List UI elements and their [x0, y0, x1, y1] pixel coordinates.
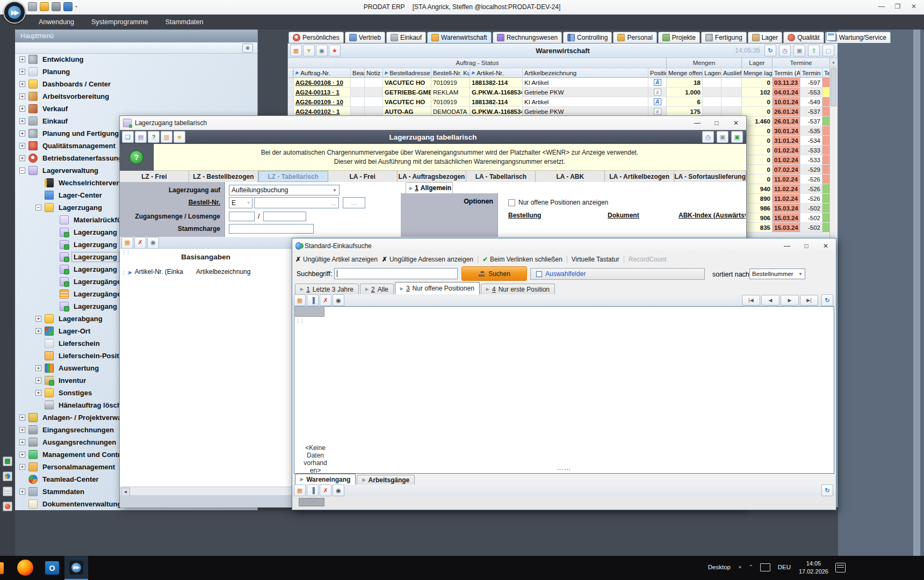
copy-icon[interactable]: ▤ — [135, 131, 147, 143]
notification-center-icon[interactable] — [835, 563, 846, 572]
refresh-icon[interactable]: ↻ — [764, 45, 776, 56]
dock-grid-button[interactable] — [3, 456, 12, 466]
filter-remove-icon[interactable]: ✗ — [320, 294, 331, 306]
dokument-link[interactable]: Dokument — [608, 212, 639, 219]
filter-tab[interactable]: ▶ 3Nur offene Positionen — [395, 282, 480, 294]
col-bear[interactable]: Bear — [351, 68, 365, 78]
clock-icon[interactable]: ◷ — [779, 45, 791, 56]
prev-record-button[interactable]: ◀ — [761, 295, 779, 306]
binoculars-icon[interactable]: ◉ — [333, 484, 344, 496]
bestell-prefix-combobox[interactable]: E˅ — [229, 197, 252, 208]
first-record-button[interactable]: |◀ — [742, 295, 760, 306]
cell-artikel-nr[interactable]: 1881382-114 — [470, 78, 523, 88]
filter-tab[interactable]: ▶ 2Alle — [360, 284, 394, 294]
eye-icon[interactable]: ◉ — [147, 237, 159, 249]
network-tray-icon[interactable] — [760, 563, 770, 571]
minimize-button[interactable]: — — [780, 242, 794, 250]
booking-mode-tab[interactable]: LA - Sofortauslieferung — [674, 171, 746, 182]
tree-expander[interactable] — [35, 328, 41, 334]
col-menge-offen[interactable]: Menge offen — [667, 68, 703, 78]
col-artikelbezeichnung[interactable]: Artikelbezeichnung — [523, 68, 648, 78]
col-notiz[interactable]: Notiz v — [365, 68, 383, 78]
module-tab[interactable]: Controlling — [563, 32, 612, 43]
tree-expander[interactable] — [19, 118, 25, 124]
col-artikel-nr-einkauf[interactable]: ▶ Artikel-Nr. (Einka — [128, 268, 183, 276]
binoculars-icon[interactable]: ◉ — [333, 294, 344, 306]
bestell-nr-lookup[interactable]: … — [343, 197, 365, 208]
col-artikel-nr[interactable]: ▶Artikel-Nr. — [470, 68, 523, 78]
search-input[interactable] — [334, 268, 458, 279]
table-row[interactable]: AG26-00109 · 10 VACUTEC HO 7010919 18813… — [288, 97, 830, 107]
vertical-scrollbar[interactable]: ▲ — [829, 58, 837, 252]
module-tab[interactable]: Vertrieb — [345, 32, 385, 43]
tree-item[interactable]: Entwicklung — [15, 53, 257, 66]
col-menge-lage[interactable]: Menge lage — [742, 68, 773, 78]
position-type-icon[interactable] — [654, 98, 661, 105]
booking-mode-tab[interactable]: LA - Tabellarisch — [466, 171, 536, 182]
close-button[interactable]: ✕ — [906, 0, 922, 13]
maximize-button[interactable]: □ — [799, 242, 813, 250]
favorite-star-icon[interactable]: ★ — [329, 45, 341, 56]
cell-bestelladresse[interactable]: GETRIEBE-GMBH — [383, 88, 431, 97]
booking-mode-tab[interactable]: LZ - Frei — [120, 171, 189, 182]
module-tab[interactable]: Personal — [613, 32, 656, 43]
module-tab[interactable]: Rechnungswesen — [493, 32, 562, 43]
grid-icon[interactable]: ▦ — [121, 237, 133, 249]
filter-tab[interactable]: ▶ 4Nur erste Position — [481, 284, 555, 294]
minimize-button[interactable]: — — [690, 119, 704, 127]
export-up-icon[interactable]: ⇧ — [808, 45, 820, 56]
cell-artikel-nr[interactable]: G.PKW.A-1168534 /A — [470, 88, 523, 97]
tree-expander[interactable] — [19, 81, 25, 87]
booking-mode-tab[interactable]: LZ - Tabellarisch — [258, 171, 328, 182]
package-icon[interactable]: ▣ — [717, 131, 728, 143]
cell-bestelladresse[interactable]: VACUTEC HO — [383, 78, 431, 88]
minimize-button[interactable]: — — [874, 0, 890, 13]
stammcharge-input[interactable] — [229, 224, 314, 234]
abk-index-link[interactable]: ABK-Index (Auswärtsvergabe) — [678, 212, 746, 219]
cell-auftrag-nr[interactable]: AG26-00109 · 10 — [294, 97, 351, 107]
tree-expander[interactable] — [19, 143, 25, 149]
tree-expander[interactable] — [19, 93, 25, 99]
eye-icon[interactable]: ◉ — [316, 45, 328, 56]
pinned-app-icon[interactable] — [0, 562, 4, 574]
module-tab[interactable]: Fertigung — [701, 32, 747, 43]
auswahlfelder-button[interactable]: Auswahlfelder — [530, 268, 705, 280]
col-auftrag-nr[interactable]: ▶Auftrag-Nr. — [294, 68, 351, 78]
col-te[interactable]: Te — [822, 68, 830, 78]
menu-item[interactable]: Systemprogramme — [84, 16, 156, 28]
bestellung-link[interactable]: Bestellung — [508, 212, 541, 219]
tree-expander[interactable] — [19, 130, 25, 136]
tree-expander[interactable] — [19, 415, 25, 421]
module-tab[interactable]: Qualität — [783, 32, 824, 43]
dock-record-button[interactable] — [3, 502, 12, 511]
filter-remove-icon[interactable]: ✗ — [134, 237, 146, 249]
clipboard-icon[interactable]: ▥ — [161, 131, 172, 143]
close-button[interactable]: ✕ — [819, 242, 833, 250]
filter-tab[interactable]: ▶ 1Letzte 3 Jahre — [295, 284, 359, 294]
tree-expander[interactable] — [19, 464, 25, 470]
cell-artikel-nr[interactable]: 1881382-114 — [470, 97, 523, 107]
toggle-invalid-addresses[interactable]: ✗Ungültige Adressen anzeigen — [382, 256, 473, 263]
dock-list-button[interactable] — [3, 487, 12, 496]
windows-icon[interactable]: ❏ — [122, 131, 134, 143]
module-tab[interactable]: Lager — [748, 32, 783, 43]
tree-expander[interactable] — [35, 365, 41, 371]
cell-auftrag-nr[interactable]: AG24-00113 · 1 — [294, 88, 351, 97]
splitter-handle[interactable]: ⋯⋯ — [294, 466, 834, 473]
tree-expander[interactable] — [19, 168, 25, 173]
language-indicator[interactable]: DEU — [778, 564, 791, 570]
split-column-icon[interactable]: ▐ — [307, 294, 319, 306]
refresh-icon[interactable]: ↻ — [821, 484, 833, 496]
booking-mode-tab[interactable]: LA - Frei — [328, 171, 398, 182]
tree-item[interactable]: Planung — [15, 66, 257, 78]
prodat-logo[interactable]: ▶▶ — [3, 1, 26, 24]
outlook-icon[interactable]: O — [45, 561, 59, 575]
toggle-close-on-link[interactable]: ✔Beim Verlinken schließen — [482, 256, 562, 263]
booking-mode-tab[interactable]: LZ - Bestellbezogen — [189, 171, 258, 182]
layout-icon[interactable] — [826, 32, 836, 41]
position-type-icon[interactable] — [654, 89, 661, 96]
refresh-icon[interactable]: ↻ — [821, 294, 833, 306]
col-positions[interactable]: Positions — [648, 68, 667, 78]
prodat-taskbar-icon[interactable]: ▶▶ — [64, 556, 88, 580]
desktop-toolbar-label[interactable]: Desktop — [708, 564, 731, 570]
